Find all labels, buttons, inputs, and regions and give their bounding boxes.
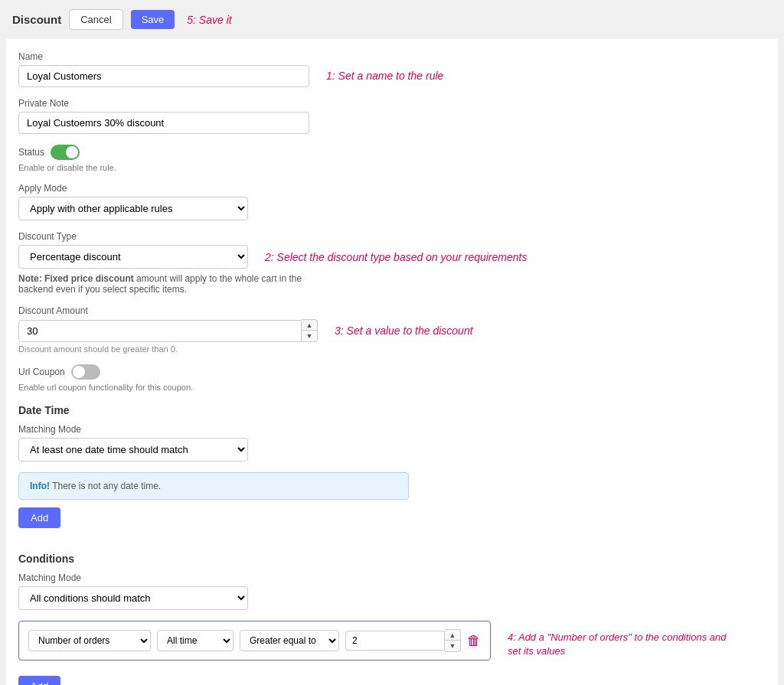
conditions-matching-mode-group: Matching Mode All conditions should matc…: [18, 572, 766, 610]
url-coupon-help-text: Enable url coupon functionality for this…: [18, 383, 766, 392]
spinner-down-button[interactable]: ▼: [302, 331, 317, 341]
discount-type-row: Percentage discount Fixed price discount…: [18, 245, 766, 269]
cond-spinner-down[interactable]: ▼: [445, 641, 460, 651]
discount-amount-spinner: ▲ ▼: [302, 319, 318, 342]
note-prefix: Note:: [18, 273, 42, 284]
condition-value-wrapper: ▲ ▼: [345, 629, 461, 652]
info-text: There is not any date time.: [52, 481, 161, 491]
name-annotation: 1: Set a name to the rule: [326, 70, 443, 82]
page-title: Discount: [12, 13, 61, 26]
discount-type-annotation: 2: Select the discount type based on you…: [265, 251, 527, 263]
page-wrapper: Discount Cancel Save 5: Save it Name 1: …: [0, 0, 784, 685]
discount-type-note: Note: Fixed price discount amount will a…: [18, 273, 325, 295]
condition-type-select[interactable]: Number of orders Order total Customer gr…: [28, 630, 151, 651]
conditions-title: Conditions: [18, 553, 766, 565]
date-time-matching-label: Matching Mode: [18, 424, 766, 435]
date-time-info-box: Info! There is not any date time.: [18, 472, 409, 500]
apply-mode-label: Apply Mode: [18, 183, 766, 194]
discount-type-select[interactable]: Percentage discount Fixed price discount…: [18, 245, 248, 269]
condition-operator-select[interactable]: Greater equal to Less equal to Equal to: [240, 630, 339, 651]
discount-amount-annotation: 3: Set a value to the discount: [335, 325, 473, 337]
discount-amount-input-row: ▲ ▼: [18, 319, 318, 342]
conditions-matching-label: Matching Mode: [18, 572, 766, 583]
conditions-annotation: 4: Add a "Number of orders" to the condi…: [508, 631, 737, 658]
spinner-up-button[interactable]: ▲: [302, 320, 317, 331]
url-coupon-toggle-knob: [73, 366, 85, 378]
status-field-group: Status Enable or disable the rule.: [18, 145, 766, 172]
url-coupon-field-group: Url Coupon Enable url coupon functionali…: [18, 364, 766, 392]
name-input[interactable]: [18, 65, 309, 87]
private-note-label: Private Note: [18, 98, 766, 109]
header: Discount Cancel Save 5: Save it: [0, 0, 784, 39]
url-coupon-label: Url Coupon: [18, 367, 65, 377]
conditions-matching-select[interactable]: All conditions should match At least one…: [18, 586, 248, 610]
discount-amount-error: Discount amount should be greater than 0…: [18, 344, 766, 354]
url-coupon-row: Url Coupon: [18, 364, 766, 380]
status-label: Status: [18, 147, 44, 158]
cancel-button[interactable]: Cancel: [69, 9, 122, 30]
conditions-row: Number of orders Order total Customer gr…: [18, 621, 491, 661]
date-time-add-button[interactable]: Add: [18, 507, 60, 528]
discount-amount-field-group: Discount Amount ▲ ▼ 3: Set a value to th…: [18, 305, 766, 354]
info-label: Info!: [30, 481, 50, 491]
note-bold: Fixed price discount: [44, 273, 134, 284]
date-time-matching-mode-group: Matching Mode At least one date time sho…: [18, 424, 766, 462]
private-note-input[interactable]: [18, 112, 309, 134]
condition-value-input[interactable]: [345, 631, 445, 651]
url-coupon-toggle[interactable]: [71, 364, 100, 380]
name-field-group: Name 1: Set a name to the rule: [18, 51, 766, 87]
status-toggle[interactable]: [51, 145, 80, 160]
status-row: Status: [18, 145, 766, 160]
save-button[interactable]: Save: [131, 10, 175, 29]
name-field-inner: Name: [18, 51, 309, 87]
discount-type-label: Discount Type: [18, 231, 766, 242]
discount-type-field-group: Discount Type Percentage discount Fixed …: [18, 231, 766, 295]
apply-mode-select[interactable]: Apply with other applicable rules Apply …: [18, 197, 248, 220]
conditions-row-wrapper: Number of orders Order total Customer gr…: [18, 621, 766, 668]
note-bold-text: Fixed price discount: [44, 273, 134, 284]
toggle-knob: [66, 146, 78, 158]
apply-mode-field-group: Apply Mode Apply with other applicable r…: [18, 183, 766, 220]
condition-delete-button[interactable]: 🗑: [467, 633, 481, 649]
discount-amount-label: Discount Amount: [18, 305, 766, 316]
discount-amount-row: ▲ ▼ 3: Set a value to the discount: [18, 319, 766, 342]
private-note-field-group: Private Note: [18, 98, 766, 134]
status-help-text: Enable or disable the rule.: [18, 163, 766, 172]
conditions-section: Conditions Matching Mode All conditions …: [18, 553, 766, 685]
date-time-section: Date Time Matching Mode At least one dat…: [18, 404, 766, 540]
discount-amount-input[interactable]: [18, 320, 302, 342]
name-label: Name: [18, 51, 309, 62]
main-content: Name 1: Set a name to the rule Private N…: [6, 39, 778, 685]
condition-value-spinner: ▲ ▼: [445, 629, 461, 652]
conditions-add-button[interactable]: Add: [18, 676, 60, 685]
date-time-title: Date Time: [18, 404, 766, 416]
cond-spinner-up[interactable]: ▲: [445, 630, 460, 641]
save-annotation: 5: Save it: [187, 14, 231, 26]
date-time-matching-select[interactable]: At least one date time should match All …: [18, 438, 248, 462]
condition-time-select[interactable]: All time Last 30 days Last 90 days Last …: [157, 630, 234, 651]
